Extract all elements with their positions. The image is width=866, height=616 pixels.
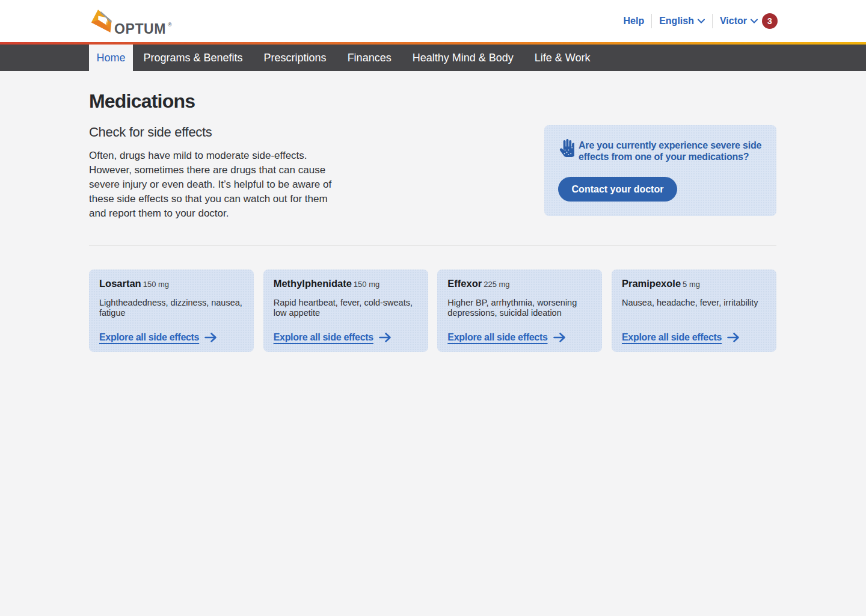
svg-text:OPTUM: OPTUM xyxy=(114,21,166,36)
svg-text:®: ® xyxy=(168,22,172,28)
